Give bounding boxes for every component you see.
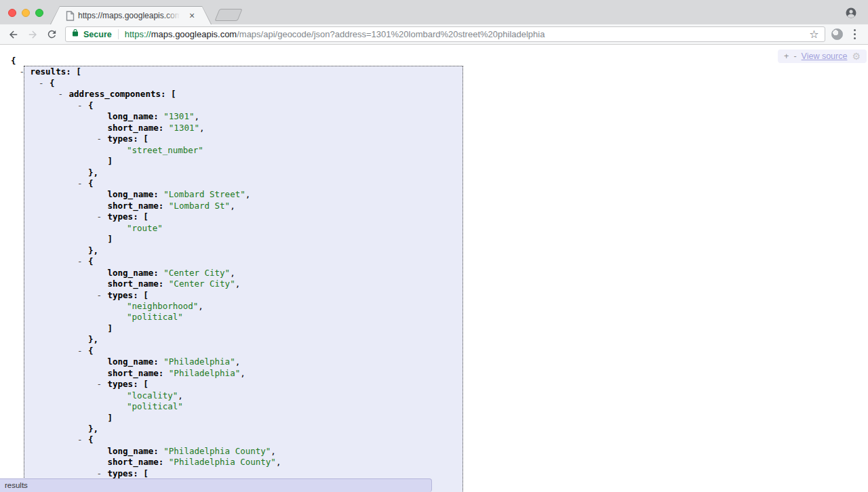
json-line: short_name: "1301", — [5, 123, 281, 134]
lock-icon[interactable] — [71, 28, 79, 41]
window-minimize-button[interactable] — [22, 9, 30, 17]
collapse-toggle-icon[interactable]: - — [77, 178, 88, 189]
json-line: }, — [5, 334, 281, 345]
collapse-toggle-icon[interactable]: - — [77, 434, 88, 445]
collapse-toggle-icon[interactable]: - — [77, 346, 88, 356]
json-punctuation: }, — [88, 424, 98, 434]
browser-tab[interactable]: https://maps.googleapis.com/m × — [50, 6, 212, 24]
json-line: ] — [5, 234, 281, 245]
json-key: types: — [108, 379, 138, 389]
json-line: ] — [5, 413, 281, 424]
reload-button[interactable] — [42, 26, 61, 43]
json-string-value: "route" — [127, 223, 163, 233]
json-line: "political" — [5, 312, 281, 323]
json-punctuation: [ — [143, 134, 149, 144]
json-line: "political" — [5, 401, 281, 412]
json-line: -results: [ — [5, 66, 281, 77]
json-key: short_name: — [108, 457, 164, 467]
url-host: maps.googleapis.com — [151, 29, 237, 39]
json-line: -{ — [5, 346, 281, 356]
json-string-value: "locality" — [127, 390, 178, 401]
json-line: long_name: "1301", — [5, 111, 281, 122]
extension-icon[interactable] — [831, 28, 843, 40]
json-line: -types: [ — [5, 468, 281, 479]
json-line: ] — [5, 323, 281, 334]
json-line: -{ — [5, 434, 281, 445]
json-punctuation: [ — [143, 379, 149, 389]
json-string-value: "Philadelphia County" — [163, 446, 271, 456]
json-line: ] — [5, 156, 281, 167]
json-punctuation: [ — [143, 468, 149, 478]
json-line: "neighborhood", — [5, 301, 281, 312]
json-string-value: "Center City" — [169, 279, 235, 289]
window-zoom-button[interactable] — [35, 9, 43, 17]
json-line: { — [5, 56, 281, 66]
json-line: -types: [ — [5, 290, 281, 301]
json-key: long_name: — [108, 189, 159, 199]
json-string-value: "neighborhood" — [127, 301, 198, 311]
json-line: }, — [5, 245, 281, 256]
forward-button[interactable] — [23, 26, 42, 43]
json-punctuation: { — [50, 78, 55, 88]
browser-tab-face[interactable]: https://maps.googleapis.com/m × — [51, 7, 211, 24]
collapse-all-button[interactable]: - — [793, 52, 796, 61]
collapse-toggle-icon[interactable]: - — [39, 78, 50, 89]
collapse-toggle-icon[interactable]: - — [58, 89, 69, 100]
json-key: long_name: — [108, 446, 159, 456]
url-text: https://maps.googleapis.com/maps/api/geo… — [125, 29, 804, 39]
collapse-toggle-icon[interactable]: - — [77, 100, 88, 111]
json-key: types: — [108, 134, 138, 144]
url-path: /maps/api/geocode/json?address=1301%20lo… — [237, 29, 545, 39]
tab-close-icon[interactable]: × — [186, 10, 197, 21]
json-key: types: — [108, 290, 138, 300]
json-punctuation: }, — [88, 167, 98, 178]
collapse-toggle-icon[interactable]: - — [77, 256, 88, 267]
json-punctuation: ] — [108, 156, 113, 166]
json-line: -types: [ — [5, 379, 281, 390]
collapse-toggle-icon[interactable]: - — [97, 290, 108, 301]
json-line: short_name: "Lombard St", — [5, 201, 281, 211]
json-string-value: "Center City" — [163, 268, 230, 278]
window-close-button[interactable] — [8, 9, 16, 17]
collapse-toggle-icon[interactable]: - — [20, 66, 31, 77]
json-punctuation: { — [88, 346, 94, 356]
gear-icon[interactable]: ⚙ — [852, 52, 861, 61]
avatar-icon[interactable] — [845, 7, 857, 22]
collapse-toggle-icon[interactable]: - — [97, 134, 108, 144]
json-key: long_name: — [108, 356, 159, 367]
json-line: }, — [5, 167, 281, 178]
document-icon — [66, 11, 75, 24]
json-key: address_components: — [69, 89, 166, 99]
json-line: -types: [ — [5, 211, 281, 222]
address-bar[interactable]: Secure https://maps.googleapis.com/maps/… — [65, 26, 825, 42]
view-source-link[interactable]: View source — [802, 52, 848, 61]
json-key: results: — [31, 66, 71, 77]
json-key: short_name: — [108, 201, 164, 211]
json-punctuation: { — [88, 178, 94, 188]
json-line: long_name: "Lombard Street", — [5, 189, 281, 200]
collapse-toggle-icon[interactable]: - — [97, 468, 108, 479]
json-key: types: — [108, 468, 138, 478]
json-tree: {-results: [-{-address_components: [-{lo… — [5, 56, 281, 479]
expand-all-button[interactable]: + — [784, 52, 789, 61]
collapse-toggle-icon[interactable]: - — [97, 211, 108, 222]
json-key: short_name: — [108, 279, 164, 289]
new-tab-button[interactable] — [214, 9, 242, 21]
json-string-value: "political" — [127, 401, 183, 411]
json-line: "route" — [5, 223, 281, 234]
bookmark-star-icon[interactable]: ☆ — [809, 29, 818, 40]
json-punctuation: ] — [108, 323, 113, 333]
collapse-toggle-icon[interactable]: - — [97, 379, 108, 390]
json-punctuation: [ — [143, 290, 149, 300]
json-key: short_name: — [108, 123, 164, 133]
json-line: long_name: "Philadelphia County", — [5, 446, 281, 457]
menu-dots-icon[interactable] — [850, 29, 861, 40]
json-punctuation: [ — [171, 89, 176, 99]
json-line: -{ — [5, 100, 281, 111]
json-line: -types: [ — [5, 134, 281, 144]
json-key: types: — [108, 211, 138, 222]
back-button[interactable] — [4, 26, 23, 43]
json-string-value: "1301" — [163, 111, 194, 121]
json-line: short_name: "Philadelphia", — [5, 368, 281, 379]
json-punctuation: }, — [88, 245, 98, 255]
